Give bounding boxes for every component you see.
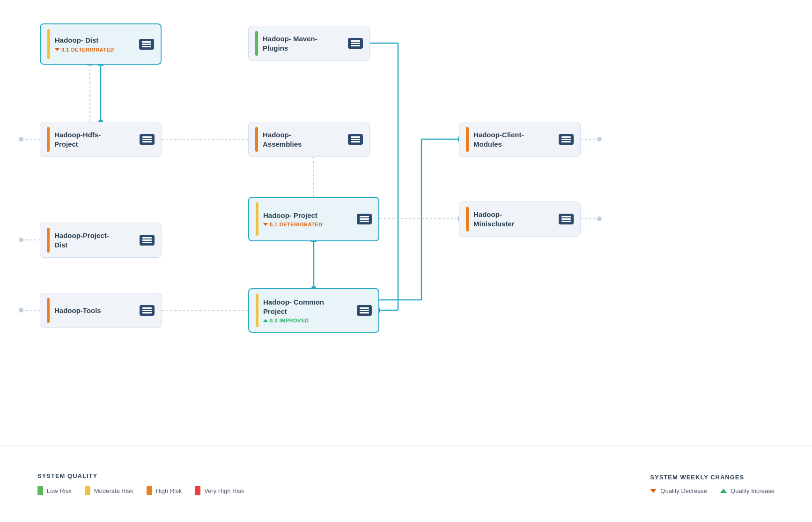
legend-item-quality-increase: Quality Increase <box>720 487 775 494</box>
node-title-hadoop-maven: Hadoop- Maven-Plugins <box>263 34 343 52</box>
node-icon-hadoop-maven <box>348 38 363 49</box>
badge-value-hadoop-common: 0.3 <box>270 318 278 323</box>
node-title-hadoop-assemblies: Hadoop-Assemblies <box>263 130 343 149</box>
node-bar-hadoop-dist <box>47 29 50 59</box>
badge-label-hadoop-dist: DETERIORATED <box>71 47 114 52</box>
node-hadoop-miniscluster[interactable]: Hadoop-Miniscluster <box>459 201 581 237</box>
legend-quality-title: SYSTEM QUALITY <box>37 472 244 479</box>
node-badge-hadoop-common: 0.3 IMPROVED <box>263 318 352 323</box>
node-title-hadoop-dist: Hadoop- Dist <box>55 36 134 45</box>
node-icon-hadoop-tools <box>140 305 155 316</box>
legend-label-quality-increase: Quality Increase <box>731 487 775 494</box>
badge-down-icon-hadoop-dist <box>55 48 59 51</box>
node-hadoop-project[interactable]: Hadoop- Project 0.1 DETERIORATED <box>248 197 379 241</box>
legend-bar-low-risk <box>37 486 43 495</box>
legend-item-very-high-risk: Very High Risk <box>195 486 244 495</box>
node-content-hadoop-common: Hadoop- CommonProject 0.3 IMPROVED <box>263 298 352 323</box>
legend-quality-items: Low Risk Moderate Risk High Risk Very Hi… <box>37 486 244 495</box>
legend-label-moderate-risk: Moderate Risk <box>94 487 133 494</box>
legend-bar-high-risk <box>147 486 152 495</box>
node-icon-hadoop-project-dist <box>140 235 155 246</box>
node-title-hadoop-client: Hadoop-Client-Modules <box>473 130 554 149</box>
node-content-hadoop-project: Hadoop- Project 0.1 DETERIORATED <box>263 211 352 228</box>
badge-up-icon-hadoop-common <box>263 319 268 322</box>
node-badge-hadoop-dist: 0.1 DETERIORATED <box>55 47 134 52</box>
node-title-hadoop-miniscluster: Hadoop-Miniscluster <box>473 210 554 228</box>
node-hadoop-common[interactable]: Hadoop- CommonProject 0.3 IMPROVED <box>248 288 379 333</box>
node-bar-hadoop-project-dist <box>47 228 50 253</box>
legend-bar-moderate-risk <box>85 486 90 495</box>
node-badge-hadoop-project: 0.1 DETERIORATED <box>263 222 352 227</box>
svg-point-32 <box>19 238 23 242</box>
legend-item-high-risk: High Risk <box>147 486 182 495</box>
legend-label-quality-decrease: Quality Decrease <box>660 487 707 494</box>
legend-weekly-items: Quality Decrease Quality Increase <box>650 487 775 494</box>
badge-value-hadoop-dist: 0.1 <box>61 47 69 52</box>
node-bar-hadoop-client <box>466 127 469 152</box>
node-bar-hadoop-common <box>256 294 258 327</box>
node-icon-hadoop-client <box>559 134 574 145</box>
svg-point-34 <box>597 137 602 142</box>
legend-label-high-risk: High Risk <box>156 487 182 494</box>
legend-arrow-down-icon <box>650 489 657 493</box>
legend-label-low-risk: Low Risk <box>47 487 72 494</box>
diagram-container: Hadoop- Dist 0.1 DETERIORATED Hadoop-Hdf… <box>0 0 812 445</box>
legend-item-low-risk: Low Risk <box>37 486 72 495</box>
legend-quality: SYSTEM QUALITY Low Risk Moderate Risk Hi… <box>37 472 244 495</box>
node-hadoop-project-dist[interactable]: Hadoop-Project-Dist <box>40 223 162 258</box>
badge-value-hadoop-project: 0.1 <box>270 222 278 227</box>
node-content-hadoop-project-dist: Hadoop-Project-Dist <box>54 231 135 249</box>
legend-weekly: SYSTEM WEEKLY CHANGES Quality Decrease Q… <box>650 474 775 494</box>
badge-label-hadoop-common: IMPROVED <box>280 318 309 323</box>
node-hadoop-tools[interactable]: Hadoop-Tools <box>40 293 162 328</box>
legend-arrow-up-icon <box>720 489 727 493</box>
node-hadoop-client[interactable]: Hadoop-Client-Modules <box>459 122 581 157</box>
node-icon-hadoop-miniscluster <box>559 214 574 224</box>
node-content-hadoop-maven: Hadoop- Maven-Plugins <box>263 34 343 52</box>
node-bar-hadoop-assemblies <box>255 127 258 152</box>
node-content-hadoop-client: Hadoop-Client-Modules <box>473 130 554 149</box>
node-title-hadoop-hdfs: Hadoop-Hdfs-Project <box>54 130 135 149</box>
node-icon-hadoop-hdfs <box>140 134 155 145</box>
badge-down-icon-hadoop-project <box>263 223 268 226</box>
svg-point-35 <box>597 216 602 221</box>
node-title-hadoop-project: Hadoop- Project <box>263 211 352 220</box>
legend-bar-very-high-risk <box>195 486 200 495</box>
node-bar-hadoop-miniscluster <box>466 207 469 231</box>
legend-item-quality-decrease: Quality Decrease <box>650 487 707 494</box>
node-bar-hadoop-maven <box>255 31 258 56</box>
node-bar-hadoop-tools <box>47 298 50 323</box>
node-hadoop-hdfs[interactable]: Hadoop-Hdfs-Project <box>40 122 162 157</box>
node-hadoop-assemblies[interactable]: Hadoop-Assemblies <box>248 122 370 157</box>
node-bar-hadoop-hdfs <box>47 127 50 152</box>
node-icon-hadoop-dist <box>139 39 154 50</box>
node-bar-hadoop-project <box>256 202 258 236</box>
svg-point-33 <box>19 308 23 313</box>
node-icon-hadoop-project <box>357 214 372 224</box>
node-title-hadoop-project-dist: Hadoop-Project-Dist <box>54 231 135 249</box>
node-hadoop-dist[interactable]: Hadoop- Dist 0.1 DETERIORATED <box>40 23 162 65</box>
node-content-hadoop-tools: Hadoop-Tools <box>54 306 135 315</box>
node-title-hadoop-tools: Hadoop-Tools <box>54 306 135 315</box>
svg-point-31 <box>19 137 23 142</box>
node-content-hadoop-assemblies: Hadoop-Assemblies <box>263 130 343 149</box>
legend-weekly-title: SYSTEM WEEKLY CHANGES <box>650 474 775 481</box>
node-icon-hadoop-common <box>357 305 372 316</box>
node-hadoop-maven[interactable]: Hadoop- Maven-Plugins <box>248 26 370 61</box>
node-title-hadoop-common: Hadoop- CommonProject <box>263 298 352 316</box>
legend-item-moderate-risk: Moderate Risk <box>85 486 133 495</box>
badge-label-hadoop-project: DETERIORATED <box>280 222 323 227</box>
node-icon-hadoop-assemblies <box>348 134 363 145</box>
legend-label-very-high-risk: Very High Risk <box>204 487 244 494</box>
node-content-hadoop-miniscluster: Hadoop-Miniscluster <box>473 210 554 228</box>
node-content-hadoop-dist: Hadoop- Dist 0.1 DETERIORATED <box>55 36 134 52</box>
node-content-hadoop-hdfs: Hadoop-Hdfs-Project <box>54 130 135 149</box>
